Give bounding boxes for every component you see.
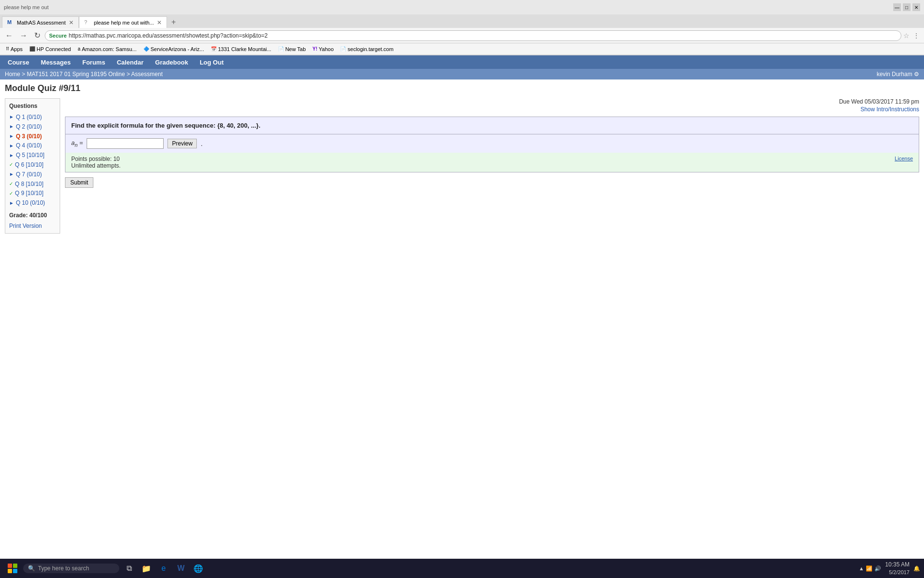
- due-date: Due Wed 05/03/2017 11:59 pm: [65, 98, 919, 105]
- question-item-2[interactable]: ► Q 2 (0/10): [9, 123, 56, 131]
- amazon-icon: a: [77, 46, 80, 52]
- bookmark-service-az[interactable]: 🔷 ServiceArizona - Ariz...: [141, 45, 207, 53]
- nav-bar: ← → ↻ Secure https://mathas.pvc.maricopa…: [0, 28, 924, 43]
- print-link-anchor[interactable]: Print Version: [9, 223, 42, 229]
- print-version-link[interactable]: Print Version: [9, 223, 56, 229]
- grade-display: Grade: 40/100: [9, 212, 56, 219]
- secure-badge: Secure: [49, 33, 67, 39]
- points-text: Points possible: 10 Unlimited attempts.: [71, 156, 121, 169]
- url-text: https://mathas.pvc.maricopa.edu/assessme…: [69, 32, 897, 39]
- window-controls[interactable]: — □ ✕: [893, 3, 920, 11]
- q4-link[interactable]: Q 4 (0/10): [16, 142, 42, 150]
- refresh-button[interactable]: ↻: [32, 30, 43, 41]
- q2-link[interactable]: Q 2 (0/10): [16, 123, 42, 131]
- bookmark-1331-label: 1331 Clarke Mountai...: [218, 46, 271, 52]
- bookmark-yahoo[interactable]: Y! Yahoo: [309, 45, 336, 53]
- tab-close-help[interactable]: ✕: [157, 19, 162, 26]
- check-icon-q6: ✓: [9, 161, 13, 168]
- close-button[interactable]: ✕: [912, 3, 920, 11]
- q6-link[interactable]: Q 6 [10/10]: [15, 161, 43, 169]
- q7-link[interactable]: Q 7 (0/10): [16, 171, 42, 179]
- nav-logout[interactable]: Log Out: [194, 57, 230, 68]
- show-intro-link[interactable]: Show Intro/Instructions: [65, 106, 919, 113]
- arrow-icon-q7: ►: [9, 171, 14, 178]
- title-bar-left: please help me out: [4, 4, 49, 10]
- bookmark-target[interactable]: 📄 seclogin.target.com: [337, 45, 396, 53]
- question-item-7[interactable]: ► Q 7 (0/10): [9, 171, 56, 179]
- question-box: Find the explicit formula for the given …: [65, 117, 919, 134]
- bookmark-star-button[interactable]: ☆: [903, 32, 910, 39]
- q1-link[interactable]: Q 1 (0/10): [16, 113, 42, 121]
- q3-link[interactable]: Q 3 (0/10): [16, 132, 42, 141]
- bookmark-hp[interactable]: ⬛ HP Connected: [26, 45, 74, 53]
- user-info: kevin Durham ⚙: [877, 71, 919, 78]
- bookmark-amazon[interactable]: a Amazon.com: Samsu...: [75, 45, 139, 53]
- forward-button[interactable]: →: [17, 30, 30, 41]
- nav-gradebook[interactable]: Gradebook: [149, 57, 194, 68]
- q5-link[interactable]: Q 5 [10/10]: [16, 151, 44, 159]
- question-item-9[interactable]: ✓ Q 9 [10/10]: [9, 189, 56, 197]
- question-item-10[interactable]: ► Q 10 (0/10): [9, 199, 56, 207]
- title-bar-text: please help me out: [4, 4, 49, 10]
- main-content: Questions ► Q 1 (0/10) ► Q 2 (0/10) ► Q …: [0, 95, 924, 236]
- arrow-icon-q1: ►: [9, 114, 14, 120]
- serviceaz-icon: 🔷: [143, 46, 149, 52]
- question-item-1[interactable]: ► Q 1 (0/10): [9, 113, 56, 121]
- answer-input[interactable]: [87, 138, 164, 149]
- dot-separator: .: [201, 140, 203, 147]
- sidebar-title: Questions: [9, 103, 56, 109]
- points-box: Points possible: 10 Unlimited attempts. …: [65, 153, 919, 172]
- tab-close-mathas[interactable]: ✕: [69, 19, 74, 26]
- maximize-button[interactable]: □: [903, 3, 911, 11]
- yahoo-icon: Y!: [312, 46, 317, 52]
- q9-link[interactable]: Q 9 [10/10]: [15, 189, 43, 197]
- page-title: Module Quiz #9/11: [5, 83, 919, 93]
- arrow-icon-q3: ►: [9, 133, 14, 140]
- minimize-button[interactable]: —: [893, 3, 901, 11]
- nav-forums[interactable]: Forums: [77, 57, 111, 68]
- bookmark-hp-label: HP Connected: [37, 46, 71, 52]
- submit-area: Submit: [65, 177, 919, 188]
- address-bar[interactable]: Secure https://mathas.pvc.maricopa.edu/a…: [45, 30, 901, 41]
- page-title-bar: Module Quiz #9/11: [0, 79, 924, 95]
- question-item-8[interactable]: ✓ Q 8 [10/10]: [9, 180, 56, 188]
- nav-calendar[interactable]: Calendar: [111, 57, 150, 68]
- nav-course[interactable]: Course: [2, 57, 35, 68]
- question-item-4[interactable]: ► Q 4 (0/10): [9, 142, 56, 150]
- bookmark-apps[interactable]: ⠿ Apps: [3, 45, 26, 53]
- preview-button[interactable]: Preview: [167, 139, 197, 148]
- sidebar: Questions ► Q 1 (0/10) ► Q 2 (0/10) ► Q …: [5, 98, 60, 234]
- title-bar: please help me out — □ ✕: [0, 0, 924, 14]
- tab-mathas[interactable]: M MathAS Assessment ✕: [2, 16, 79, 28]
- question-item-6[interactable]: ✓ Q 6 [10/10]: [9, 161, 56, 169]
- nav-messages[interactable]: Messages: [35, 57, 77, 68]
- bookmark-1331[interactable]: 📅 1331 Clarke Mountai...: [208, 45, 274, 53]
- tab-help[interactable]: ? please help me out with... ✕: [79, 16, 167, 28]
- arrow-icon-q4: ►: [9, 143, 14, 149]
- question-item-3[interactable]: ► Q 3 (0/10): [9, 132, 56, 141]
- extension-button[interactable]: ⋮: [911, 31, 921, 40]
- apps-icon: ⠿: [6, 46, 9, 52]
- question-item-5[interactable]: ► Q 5 [10/10]: [9, 151, 56, 159]
- bookmark-newtab-label: New Tab: [285, 46, 306, 52]
- check-icon-q8: ✓: [9, 181, 13, 187]
- gear-icon[interactable]: ⚙: [914, 71, 919, 78]
- a-subscript-label: an: [71, 139, 77, 146]
- bookmark-newtab[interactable]: 📄 New Tab: [275, 45, 309, 53]
- license-link[interactable]: License: [895, 156, 913, 161]
- q10-link[interactable]: Q 10 (0/10): [16, 199, 45, 207]
- back-button[interactable]: ←: [3, 30, 15, 41]
- newtab-icon: 📄: [278, 46, 284, 52]
- tab-title-help: please help me out with...: [94, 20, 154, 26]
- q8-link[interactable]: Q 8 [10/10]: [15, 180, 43, 188]
- unlimited-attempts: Unlimited attempts.: [71, 162, 121, 169]
- breadcrumb: Home > MAT151 2017 01 Spring 18195 Onlin…: [5, 71, 163, 78]
- submit-button[interactable]: Submit: [65, 177, 93, 188]
- answer-row: an = Preview .: [65, 134, 919, 153]
- bookmark-amazon-label: Amazon.com: Samsu...: [82, 46, 137, 52]
- tab-favicon-mathas: M: [7, 19, 14, 26]
- tab-title-mathas: MathAS Assessment: [17, 20, 66, 26]
- new-tab-button[interactable]: +: [167, 16, 180, 28]
- site-nav: Course Messages Forums Calendar Gradeboo…: [0, 55, 924, 69]
- points-possible: Points possible: 10: [71, 156, 121, 162]
